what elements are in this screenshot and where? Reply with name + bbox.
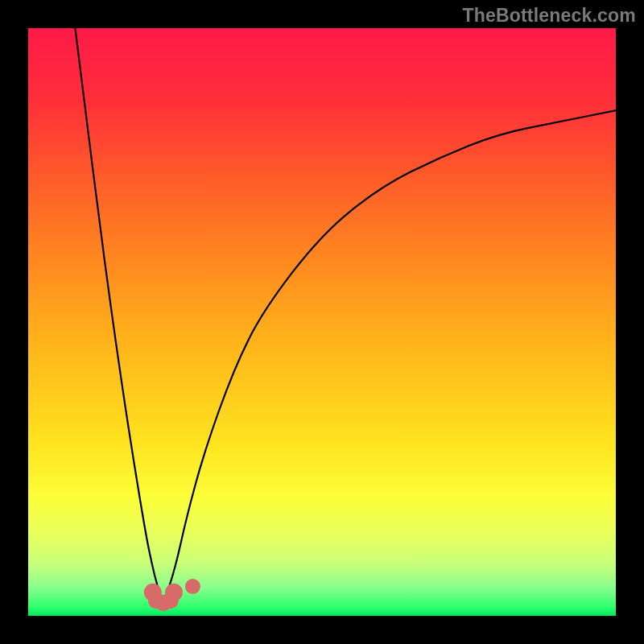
marker-group — [144, 579, 200, 611]
dot-marker — [185, 579, 200, 594]
curve-right-branch — [163, 110, 616, 604]
u-marker-right — [165, 584, 183, 601]
curve-left-branch — [75, 28, 163, 604]
plot-area — [28, 28, 616, 616]
watermark-text: TheBottleneck.com — [462, 5, 636, 27]
curve-layer — [28, 28, 616, 616]
outer-frame: TheBottleneck.com — [0, 0, 644, 644]
